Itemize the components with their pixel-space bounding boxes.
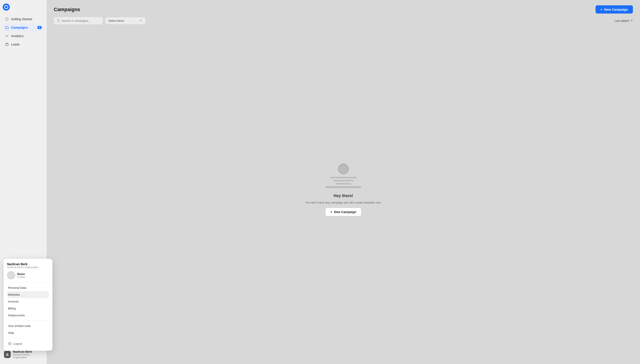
help-label: Help: [8, 331, 14, 334]
personal-data-label: Personal Data: [8, 286, 26, 290]
divider-2: [7, 320, 49, 321]
billing-label: Billing: [8, 307, 16, 310]
main-header: Campaigns + New Campaign: [47, 0, 640, 17]
empty-line-1: [330, 177, 357, 178]
dropdown-item-personal-data[interactable]: Personal Data: [7, 284, 49, 291]
chart-icon: [5, 34, 9, 38]
account-name: Nazlican Berk: [7, 262, 49, 266]
account-dropdown: Nazlican Berk Nazlican Berk's Organizati…: [4, 259, 53, 351]
dropdown-item-help[interactable]: Help: [7, 330, 49, 336]
dropdown-item-logout[interactable]: Logout: [7, 340, 49, 347]
empty-subtitle: You don't have any campaign yet, let's c…: [305, 201, 381, 204]
sidebar-item-leads[interactable]: Leads: [3, 40, 44, 48]
account-plan-row: Basic 0 views: [7, 271, 49, 279]
campaigns-badge: 0: [37, 26, 42, 29]
svg-rect-1: [6, 44, 8, 46]
folder-icon: [5, 26, 9, 30]
sidebar-label-campaigns: Campaigns: [11, 26, 28, 29]
embed-code-label: Your embed code: [8, 324, 31, 328]
svg-point-0: [6, 18, 8, 20]
sidebar-item-campaigns[interactable]: Campaigns 0: [3, 24, 44, 32]
new-campaign-button[interactable]: + New Campaign: [595, 5, 633, 14]
empty-avatar: [338, 164, 349, 174]
dropdown-item-websites[interactable]: Websites: [7, 291, 49, 298]
svg-point-4: [57, 19, 59, 21]
empty-new-campaign-label: New Campaign: [334, 210, 356, 214]
account-header: Nazlican Berk Nazlican Berk's Organizati…: [7, 262, 49, 268]
logout-label: Logout: [13, 342, 22, 345]
dropdown-item-embed-code[interactable]: Your embed code: [7, 322, 49, 330]
main-content: Campaigns + New Campaign Select items: [47, 0, 640, 364]
new-campaign-label: New Campaign: [604, 8, 628, 11]
empty-line-2: [333, 180, 353, 181]
invoices-label: Invoices: [8, 300, 19, 303]
account-org: Nazlican Berk's Organization: [7, 266, 49, 268]
select-items-label: Select items: [108, 19, 124, 22]
page-title: Campaigns: [54, 7, 80, 12]
circle-icon: [5, 17, 9, 21]
power-icon: [8, 342, 12, 345]
divider-1: [7, 282, 49, 282]
plan-info: Basic 0 views: [17, 272, 26, 278]
plus-icon: +: [600, 8, 602, 11]
plan-views: 0 views: [17, 276, 26, 278]
chevron-down-icon: [140, 19, 142, 22]
empty-line-3: [336, 183, 351, 184]
logo-inner: [4, 5, 8, 9]
user-info: Nazlican Berk Nazlican Berk's Organizati…: [13, 350, 43, 359]
search-box[interactable]: [54, 17, 103, 24]
dropdown-item-subaccounts[interactable]: Subaccounts: [7, 312, 49, 319]
sidebar-item-getting-started[interactable]: Getting Started: [3, 15, 44, 23]
divider-3: [7, 338, 49, 338]
empty-bar: [326, 186, 361, 188]
subaccounts-label: Subaccounts: [8, 314, 25, 317]
websites-label: Websites: [8, 293, 20, 296]
toolbar: Select items Last added: [47, 17, 640, 28]
empty-new-campaign-button[interactable]: + New Campaign: [325, 208, 362, 216]
search-input[interactable]: [62, 19, 100, 22]
empty-title: Hey there!: [334, 194, 353, 198]
plan-name: Basic: [17, 272, 26, 276]
avatar: [4, 351, 11, 358]
sidebar-label-getting-started: Getting Started: [11, 17, 32, 21]
plan-avatar: [7, 271, 15, 279]
sidebar-item-analytics[interactable]: Analytics: [3, 32, 44, 40]
select-items-dropdown[interactable]: Select items: [105, 17, 145, 24]
empty-state: Hey there! You don't have any campaign y…: [47, 28, 640, 364]
sort-label: Last added: [615, 19, 629, 22]
sort-chevron-icon: [630, 19, 633, 22]
svg-line-5: [59, 21, 60, 22]
plus-icon-empty: +: [330, 210, 332, 214]
sort-dropdown[interactable]: Last added: [615, 19, 633, 22]
empty-illustration: [326, 162, 361, 189]
sidebar-label-leads: Leads: [11, 42, 20, 46]
dropdown-item-invoices[interactable]: Invoices: [7, 298, 49, 305]
user-org: Nazlican Berk's Organization: [13, 353, 43, 359]
leads-icon: [5, 42, 9, 46]
sidebar-label-analytics: Analytics: [11, 34, 24, 38]
svg-point-3: [7, 353, 8, 354]
search-icon: [57, 19, 60, 23]
app-logo[interactable]: [3, 4, 10, 11]
dropdown-item-billing[interactable]: Billing: [7, 305, 49, 312]
